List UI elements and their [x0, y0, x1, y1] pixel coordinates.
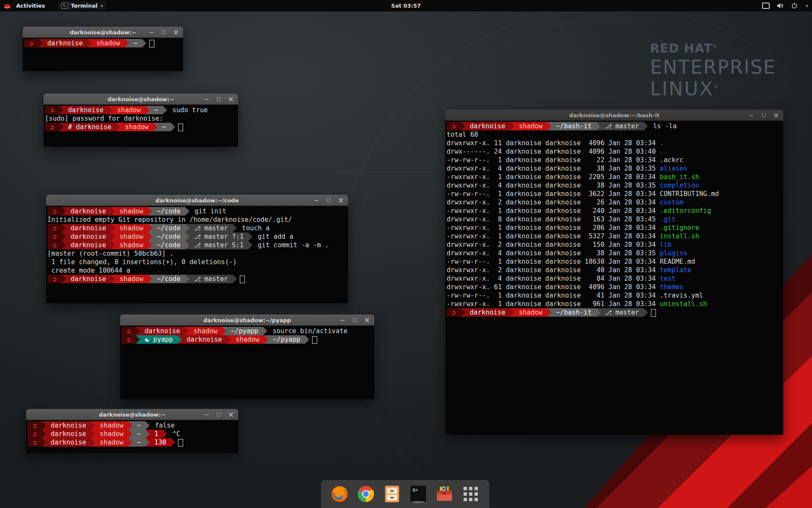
- git-segment: ⎇master: [601, 308, 644, 317]
- close-button[interactable]: ×: [173, 27, 179, 38]
- powerline-separator: [185, 327, 189, 335]
- os-segment: ➲: [45, 106, 59, 114]
- powerline-separator: [142, 39, 146, 47]
- path-segment: ~: [132, 421, 145, 430]
- chevron-down-icon[interactable]: ▾: [806, 4, 808, 8]
- output-text: drwxrwxr-x. 11 darknoise darknoise 4096 …: [447, 139, 660, 147]
- segment-label: darknoise: [71, 207, 106, 215]
- minimize-button[interactable]: −: [749, 110, 754, 121]
- dock: $>: [321, 480, 489, 508]
- powerline-separator: [185, 275, 189, 283]
- user-segment: darknoise: [182, 335, 227, 344]
- output-text: [sudo] password for darknoise:: [45, 114, 163, 123]
- close-button[interactable]: ×: [773, 110, 779, 121]
- activities-button[interactable]: Activities: [14, 3, 47, 9]
- segment-label: ~: [134, 39, 137, 47]
- terminal-content[interactable]: ➲darknoiseshadow~/bash-it⎇master ls -lat…: [445, 121, 783, 435]
- terminal-window-sudo: darknoise@shadow:~ −□× ➲darknoiseshadow~…: [44, 94, 238, 147]
- output-text: -rwxrwxr-x. 1 darknoise darknoise 5327 J…: [447, 232, 660, 240]
- close-button[interactable]: ×: [364, 315, 370, 326]
- maximize-button[interactable]: □: [161, 27, 167, 38]
- powerline-separator: [248, 232, 252, 241]
- powerline-separator: [185, 207, 189, 215]
- output-text: themes: [660, 283, 683, 291]
- power-icon[interactable]: [791, 3, 798, 9]
- terminal-content[interactable]: ➲darknoiseshadow~ sudo true[sudo] passwo…: [44, 105, 238, 147]
- window-titlebar[interactable]: darknoise@shadow:~ −□×: [26, 409, 238, 420]
- powerline-separator: [62, 241, 66, 249]
- firefox-icon[interactable]: [330, 484, 349, 504]
- output-text: aliases: [660, 164, 687, 173]
- terminal-line: [master (root-commit) 50bcb63] .: [47, 249, 348, 258]
- maximize-button[interactable]: □: [216, 94, 222, 105]
- terminal-icon[interactable]: $>: [409, 484, 428, 504]
- close-button[interactable]: ×: [338, 195, 344, 206]
- window-title: darknoise@shadow:~/pyapp: [203, 317, 291, 323]
- minimize-button[interactable]: −: [340, 315, 346, 326]
- files-icon[interactable]: [382, 484, 402, 504]
- powerline-separator: [42, 438, 46, 447]
- terminal-line: total 68: [447, 130, 783, 139]
- powerline-separator: [128, 421, 132, 430]
- powerline-separator: [62, 275, 66, 283]
- maximize-button[interactable]: □: [761, 110, 767, 121]
- segment-label: shadow: [100, 430, 123, 438]
- powerline-separator: [227, 335, 231, 344]
- output-text: -rw-rw-r--. 1 darknoise darknoise 18630 …: [447, 257, 660, 266]
- window-titlebar[interactable]: darknoise@shadow:~/bash-it −□×: [445, 110, 783, 121]
- powerline-separator: [185, 241, 189, 249]
- volume-icon[interactable]: [777, 3, 784, 9]
- segment-label: master: [204, 275, 228, 283]
- window-controls: −□×: [313, 195, 344, 206]
- powerline-separator: [185, 232, 189, 241]
- close-button[interactable]: ×: [228, 409, 234, 420]
- minimize-button[interactable]: −: [203, 409, 209, 420]
- minimize-button[interactable]: −: [203, 94, 209, 105]
- maximize-button[interactable]: □: [216, 409, 222, 420]
- os-segment: ➲: [27, 421, 42, 430]
- window-title: darknoise@shadow:~: [99, 411, 165, 418]
- terminal-line: drwxrwxr-x. 4 darknoise darknoise 38 Jan…: [447, 249, 783, 257]
- powerline-separator: [163, 106, 167, 114]
- terminal-content[interactable]: ➲darknoiseshadow~/pyapp source bin/activ…: [120, 326, 374, 399]
- clock[interactable]: Sat 03:57: [0, 3, 812, 9]
- os-segment: ➲: [121, 327, 136, 335]
- output-text: test: [660, 274, 675, 283]
- terminal-line: drwxrwxr-x. 4 darknoise darknoise 38 Jan…: [447, 181, 783, 190]
- minimize-button[interactable]: −: [148, 27, 154, 38]
- git-icon: ⎇: [605, 308, 612, 317]
- terminal-line: -rw-rw-r--. 1 darknoise darknoise 18630 …: [447, 257, 783, 266]
- os-icon: ➲: [126, 327, 131, 335]
- desktop: { "top_bar": { "activities": "Activities…: [0, 0, 812, 508]
- host-segment: shadow: [115, 224, 148, 232]
- output-text: total 68: [447, 130, 478, 139]
- os-icon: ➲: [49, 106, 55, 114]
- minimize-button[interactable]: −: [313, 195, 319, 206]
- window-titlebar[interactable]: darknoise@shadow:~/pyapp −□×: [120, 315, 374, 326]
- powerline-separator: [111, 224, 115, 232]
- maximize-button[interactable]: □: [326, 195, 332, 206]
- terminal-content[interactable]: ➲darknoiseshadow~ false➲darknoiseshadow~…: [26, 420, 238, 453]
- host-segment: shadow: [189, 327, 222, 335]
- close-button[interactable]: ×: [228, 94, 234, 105]
- app-grid-icon[interactable]: [461, 484, 480, 504]
- maximize-button[interactable]: □: [352, 315, 358, 326]
- segment-label: pyapp: [153, 335, 173, 344]
- window-titlebar[interactable]: darknoise@shadow:~ −□×: [23, 27, 183, 38]
- output-text: -rw-rw-r--. 1 darknoise darknoise 22 Jan…: [447, 156, 660, 164]
- chrome-icon[interactable]: [356, 484, 376, 504]
- powerline-separator: [510, 122, 514, 130]
- screen-icon[interactable]: [762, 3, 770, 9]
- powerline-separator: [263, 327, 267, 335]
- git-icon: ⎇: [194, 241, 201, 249]
- toolbox-icon[interactable]: [435, 484, 454, 504]
- terminal-content[interactable]: ➲darknoiseshadow~: [23, 38, 183, 71]
- window-titlebar[interactable]: darknoise@shadow:~/code −□×: [46, 195, 348, 206]
- os-icon: ➲: [49, 123, 55, 131]
- window-titlebar[interactable]: darknoise@shadow:~ −□×: [44, 94, 238, 105]
- segment-label: 1: [154, 430, 158, 438]
- app-menu-terminal[interactable]: >_ Terminal ▾: [58, 2, 106, 10]
- terminal-content[interactable]: ➲darknoiseshadow~/code git initInitializ…: [46, 206, 348, 303]
- output-text: drwxrwxr-x. 61 darknoise darknoise 4096 …: [447, 283, 660, 291]
- output-text: .editorconfig: [660, 207, 711, 215]
